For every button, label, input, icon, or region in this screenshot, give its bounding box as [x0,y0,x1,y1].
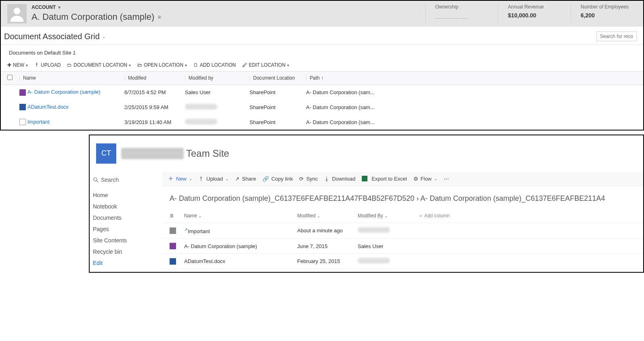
crm-command-bar: ✚ NEW ▾ ⭱ UPLOAD 🗀 DOCUMENT LOCATION ▾ 🗁… [1,59,643,71]
select-all-checkbox[interactable] [7,75,13,80]
folder-icon [170,227,176,234]
redacted-text [185,119,217,124]
metric-label: Annual Revenue [508,4,561,10]
account-type-label: ACCOUNT [31,4,56,10]
sidebar-item-notebook[interactable]: Notebook [93,201,162,212]
col-modified[interactable]: Modified [124,75,185,81]
documents-grid: Name Modified Modified by Document Locat… [1,71,643,130]
sp-grid-header: 🗎 Name ⌄ Modified ⌄ Modified By ⌄ ＋ Add … [162,209,643,223]
sp-side-nav: Search Home Notebook Documents Pages Sit… [90,172,162,272]
account-type-link[interactable]: ACCOUNT ▼ [31,4,61,10]
file-type-icon[interactable]: 🗎 [170,213,184,219]
search-input[interactable] [596,32,637,41]
metric-employees: Number of Employees 6,200 [571,4,643,23]
upload-button[interactable]: ⭱ UPLOAD [34,62,61,68]
redacted-text [358,227,390,233]
onenote-icon [170,243,176,249]
col-modified-by[interactable]: Modified by [185,75,250,81]
sp-download-button[interactable]: ⭳ Download [324,176,355,182]
sp-sync-button[interactable]: ⟳ Sync [299,176,318,182]
col-path[interactable]: Path ↑ [306,75,637,81]
site-label: Documents on Default Site 1 [1,45,643,59]
sidebar-item-pages[interactable]: Pages [93,223,162,235]
sp-copylink-button[interactable]: 🔗 Copy link [262,176,293,182]
sp-search[interactable]: Search [93,175,162,189]
crm-header: ACCOUNT ▼ A. Datum Corporation (sample) … [1,1,643,27]
col-doc-location[interactable]: Document Location [250,75,306,81]
new-button[interactable]: ✚ NEW ▾ [7,62,28,68]
sidebar-item-home[interactable]: Home [93,189,162,201]
metric-revenue: Annual Revenue $10,000.00 [498,4,571,23]
sp-col-name[interactable]: Name ⌄ [184,213,297,219]
col-name[interactable]: Name [19,75,124,81]
sharepoint-panel: CT CRMC3Online Team Site Search Home Not… [89,135,644,273]
sp-col-modified-by[interactable]: Modified By ⌄ [358,213,418,219]
sp-header: CT CRMC3Online Team Site [90,135,643,172]
metric-label: Ownership [435,4,488,10]
sp-export-button[interactable]: Export to Excel [362,176,407,182]
sidebar-item-site-contents[interactable]: Site Contents [93,235,162,246]
svg-point-1 [94,177,97,181]
redacted-text [185,104,217,109]
list-item[interactable]: A- Datum Corporation (sample) June 7, 20… [162,239,643,254]
redacted-title-prefix: CRMC3Online [121,148,184,159]
sp-share-button[interactable]: ↗ Share [235,176,256,182]
sp-command-bar: New ⌄ ⭱ Upload ⌄ ↗ Share 🔗 Copy link ⟳ S… [162,172,643,186]
metric-value-empty[interactable] [435,12,468,19]
shortcut-arrow-icon: ↗ [184,227,188,232]
onenote-icon [19,89,26,96]
open-location-button[interactable]: 🗁 OPEN LOCATION ▾ [137,62,187,68]
sp-new-button[interactable]: New ⌄ [168,176,192,182]
redacted-text [358,258,390,263]
table-row[interactable]: Important 3/19/2019 11:40 AM SharePoint … [1,115,643,130]
file-icon [19,119,26,125]
sp-col-modified[interactable]: Modified ⌄ [297,213,358,219]
sidebar-item-documents[interactable]: Documents [93,212,162,223]
site-title[interactable]: Team Site [186,148,229,159]
metric-ownership: Ownership [425,4,498,23]
grid-header: Name Modified Modified by Document Locat… [1,71,643,85]
list-item[interactable]: ↗Important About a minute ago [162,223,643,239]
site-logo[interactable]: CT [96,143,116,164]
metric-value: 6,200 [581,12,634,19]
word-icon [19,104,26,110]
edit-location-button[interactable]: 🖉 EDIT LOCATION ▾ [242,62,289,68]
related-pane-icon[interactable]: ≡ [157,14,161,20]
sp-upload-button[interactable]: ⭱ Upload ⌄ [199,176,229,182]
search-icon [93,177,99,183]
table-row[interactable]: ADatumTest.docx 2/25/2015 9:59 AM ShareP… [1,100,643,115]
list-item[interactable]: ADatumTest.docx February 25, 2015 [162,254,643,269]
breadcrumb[interactable]: A- Datum Corporation (sample)_C6137E6FEA… [162,186,643,209]
grid-title[interactable]: Document Associated Grid ⌄ [4,32,105,41]
sp-flow-button[interactable]: ⚙ Flow ⌄ [413,176,437,182]
table-row[interactable]: A- Datum Corporation (sample) 6/7/2015 4… [1,85,643,100]
metric-label: Number of Employees [581,4,634,10]
add-location-button[interactable]: 🗋 ADD LOCATION [193,62,236,68]
account-name: A. Datum Corporation (sample) [31,12,154,22]
account-avatar [7,4,27,23]
sp-add-column[interactable]: ＋ Add column [418,213,450,219]
word-icon [170,258,176,265]
chevron-down-icon: ⌄ [102,34,105,39]
svg-point-0 [14,8,21,15]
sidebar-item-recycle-bin[interactable]: Recycle bin [93,246,162,257]
sidebar-edit-link[interactable]: Edit [93,257,162,269]
metric-value: $10,000.00 [508,12,561,19]
document-location-button[interactable]: 🗀 DOCUMENT LOCATION ▾ [67,62,131,68]
svg-line-2 [96,180,98,182]
sp-more-button[interactable]: ⋯ [444,176,449,182]
crm-panel: ACCOUNT ▼ A. Datum Corporation (sample) … [0,0,644,131]
caret-down-icon: ▼ [57,5,61,10]
